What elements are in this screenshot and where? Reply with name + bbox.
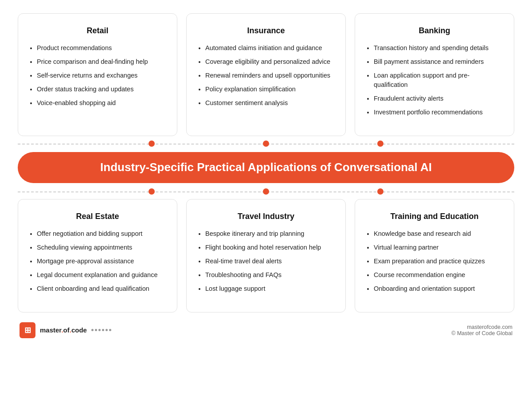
card-list-real-estate: Offer negotiation and bidding supportSch… (29, 229, 166, 293)
list-item: Mortgage pre-approval assistance (37, 257, 166, 266)
top-cards-row: Retail Product recommendationsPrice comp… (18, 13, 514, 136)
list-item: Coverage eligibility and personalized ad… (205, 57, 335, 66)
bottom-connector (18, 185, 514, 198)
card-list-education: Knowledge base and research aidVirtual l… (366, 229, 503, 293)
card-list-insurance: Automated claims initiation and guidance… (197, 43, 335, 108)
list-item: Course recommendation engine (374, 270, 503, 280)
brand-logo-icon: ⊞ (20, 322, 35, 338)
list-item: Bespoke itinerary and trip planning (205, 229, 335, 238)
connector-dot-2 (263, 141, 269, 147)
card-title-education: Training and Education (366, 212, 503, 221)
top-connector (18, 137, 514, 150)
card-banking: Banking Transaction history and spending… (355, 13, 514, 136)
footer-site: masterofcode.com (451, 324, 512, 330)
card-retail: Retail Product recommendationsPrice comp… (18, 13, 177, 136)
card-list-travel: Bespoke itinerary and trip planningFligh… (197, 229, 335, 293)
card-title-real-estate: Real Estate (29, 212, 166, 221)
list-item: Client onboarding and lead qualification (37, 284, 166, 293)
connector-dot-1 (149, 141, 155, 147)
brand-dots (91, 329, 111, 331)
connector-dot-4 (149, 188, 155, 195)
card-education: Training and Education Knowledge base an… (355, 199, 514, 313)
list-item: Troubleshooting and FAQs (205, 270, 335, 280)
card-title-banking: Banking (366, 26, 503, 35)
list-item: Automated claims initiation and guidance (205, 43, 335, 53)
card-title-travel: Travel Industry (197, 212, 335, 221)
list-item: Legal document explanation and guidance (37, 270, 166, 280)
list-item: Price comparison and deal-finding help (37, 57, 166, 66)
card-title-retail: Retail (29, 26, 166, 35)
card-title-insurance: Insurance (197, 26, 335, 35)
connector-dot-5 (263, 188, 269, 195)
brand-name: master.of.code (40, 326, 87, 334)
list-item: Transaction history and spending details (374, 43, 503, 53)
list-item: Loan application support and pre-qualifi… (374, 71, 503, 90)
list-item: Customer sentiment analysis (205, 98, 335, 108)
list-item: Real-time travel deal alerts (205, 257, 335, 266)
list-item: Policy explanation simplification (205, 85, 335, 94)
list-item: Self-service returns and exchanges (37, 71, 166, 80)
list-item: Scheduling viewing appointments (37, 243, 166, 252)
footer-right: masterofcode.com © Master of Code Global (451, 324, 512, 336)
list-item: Onboarding and orientation support (374, 284, 503, 293)
list-item: Renewal reminders and upsell opportuniti… (205, 71, 335, 80)
connector-dot-6 (377, 188, 383, 195)
list-item: Virtual learning partner (374, 243, 503, 252)
connector-dot-3 (377, 141, 383, 147)
list-item: Voice-enabled shopping aid (37, 98, 166, 108)
list-item: Offer negotiation and bidding support (37, 229, 166, 238)
card-insurance: Insurance Automated claims initiation an… (186, 13, 346, 136)
card-real-estate: Real Estate Offer negotiation and biddin… (18, 199, 177, 313)
list-item: Flight booking and hotel reservation hel… (205, 243, 335, 252)
card-list-retail: Product recommendationsPrice comparison … (29, 43, 166, 108)
list-item: Fraudulent activity alerts (374, 94, 503, 103)
card-travel: Travel Industry Bespoke itinerary and tr… (186, 199, 346, 313)
banner-text: Industry-Specific Practical Applications… (35, 160, 497, 175)
list-item: Investment portfolio recommendations (374, 108, 503, 117)
list-item: Exam preparation and practice quizzes (374, 257, 503, 266)
bottom-cards-row: Real Estate Offer negotiation and biddin… (18, 199, 514, 313)
list-item: Bill payment assistance and reminders (374, 57, 503, 66)
list-item: Product recommendations (37, 43, 166, 53)
list-item: Knowledge base and research aid (374, 229, 503, 238)
footer-brand: ⊞ master.of.code (20, 322, 111, 338)
footer-copyright: © Master of Code Global (451, 330, 512, 336)
list-item: Lost luggage support (205, 284, 335, 293)
card-list-banking: Transaction history and spending details… (366, 43, 503, 117)
list-item: Order status tracking and updates (37, 85, 166, 94)
banner: Industry-Specific Practical Applications… (18, 152, 514, 183)
footer: ⊞ master.of.code masterofcode.com © Mast… (18, 322, 514, 338)
